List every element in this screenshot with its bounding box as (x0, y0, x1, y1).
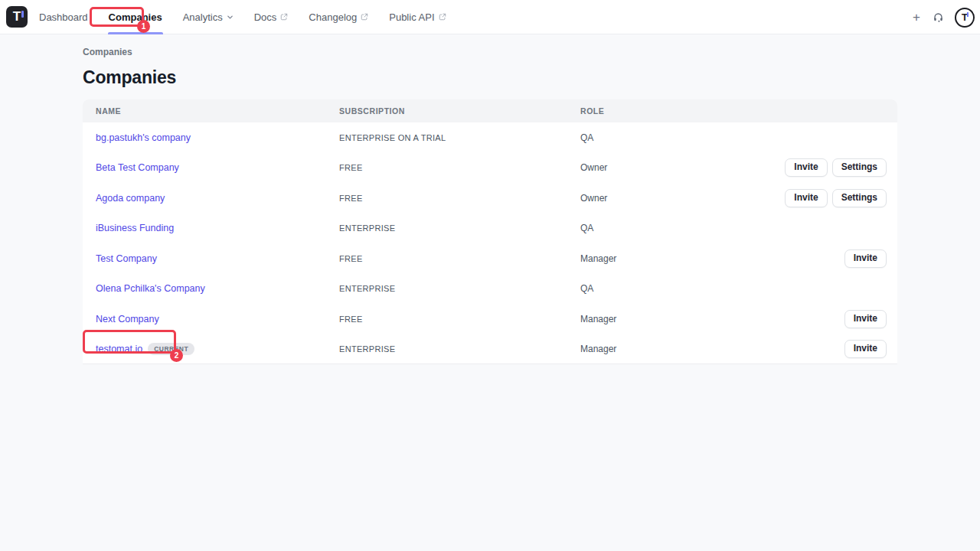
subscription-value: ENTERPRISE (339, 344, 580, 354)
table-row: bg.pastukh's company ENTERPRISE ON A TRI… (83, 122, 897, 153)
add-plus-icon[interactable]: + (911, 9, 922, 25)
company-link[interactable]: Agoda company (96, 193, 165, 204)
role-value: Manager (580, 314, 844, 324)
current-company-badge: CURRENT (148, 343, 194, 356)
nav-label-changelog: Changelog (309, 11, 357, 23)
invite-button[interactable]: Invite (844, 340, 887, 358)
nav-label-companies: Companies (109, 11, 162, 23)
external-link-icon (361, 13, 368, 21)
table-row: Test Company FREE Manager Invite (83, 243, 897, 274)
subscription-value: FREE (339, 254, 580, 263)
page-title: Companies (83, 67, 897, 88)
settings-button[interactable]: Settings (832, 158, 887, 177)
table-row-current-company: testomat.io CURRENT ENTERPRISE Manager I… (83, 334, 897, 365)
role-value: QA (580, 132, 887, 143)
invite-button[interactable]: Invite (844, 310, 887, 328)
topbar-right-actions: + T (911, 0, 975, 34)
nav-item-docs[interactable]: Docs (253, 0, 289, 34)
support-headset-icon[interactable] (933, 11, 944, 23)
top-navigation-bar: T Dashboard Companies Analytics Docs Cha… (0, 0, 980, 34)
subscription-value: ENTERPRISE ON A TRIAL (339, 133, 580, 142)
main-content: Companies Companies NAME SUBSCRIPTION RO… (0, 34, 980, 364)
role-value: Owner (580, 193, 785, 204)
external-link-icon (280, 13, 288, 21)
breadcrumb[interactable]: Companies (83, 47, 897, 57)
companies-table: NAME SUBSCRIPTION ROLE bg.pastukh's comp… (83, 99, 897, 364)
nav-item-analytics[interactable]: Analytics (182, 0, 234, 34)
role-value: QA (580, 283, 887, 294)
table-row: Next Company FREE Manager Invite (83, 304, 897, 334)
nav-label-analytics: Analytics (183, 11, 223, 23)
company-link[interactable]: Test Company (96, 253, 157, 264)
logo-letter: T (13, 10, 21, 23)
table-row: Agoda company FREE Owner Invite Settings (83, 183, 897, 214)
company-link[interactable]: iBusiness Funding (96, 223, 174, 233)
role-value: Owner (580, 162, 785, 173)
subscription-value: FREE (339, 194, 580, 203)
active-tab-underline (108, 32, 163, 34)
avatar-logo-accent (967, 12, 969, 17)
invite-button[interactable]: Invite (785, 158, 827, 177)
company-link[interactable]: Next Company (96, 314, 159, 324)
subscription-value: ENTERPRISE (339, 223, 580, 233)
nav-item-public-api[interactable]: Public API (388, 0, 446, 34)
column-header-role: ROLE (580, 106, 887, 116)
settings-button[interactable]: Settings (832, 189, 887, 207)
company-link[interactable]: Beta Test Company (96, 162, 179, 173)
nav-label-docs: Docs (254, 11, 277, 23)
logo-accent (21, 11, 24, 18)
invite-button[interactable]: Invite (785, 189, 827, 207)
nav-item-companies[interactable]: Companies (108, 0, 163, 34)
nav-label-public-api: Public API (389, 11, 434, 23)
role-value: Manager (580, 253, 844, 264)
external-link-icon (439, 13, 446, 21)
chevron-down-icon (227, 14, 234, 21)
nav-item-dashboard[interactable]: Dashboard (38, 0, 89, 34)
table-header-row: NAME SUBSCRIPTION ROLE (83, 99, 897, 122)
invite-button[interactable]: Invite (844, 249, 887, 268)
table-row: iBusiness Funding ENTERPRISE QA (83, 214, 897, 244)
column-header-subscription: SUBSCRIPTION (339, 106, 580, 116)
user-avatar[interactable]: T (955, 8, 975, 28)
nav-label-dashboard: Dashboard (39, 11, 88, 23)
subscription-value: ENTERPRISE (339, 284, 580, 293)
company-link[interactable]: Olena Pchilka's Company (96, 283, 205, 294)
company-link-testomat-io[interactable]: testomat.io (96, 344, 142, 354)
subscription-value: FREE (339, 163, 580, 172)
role-value: Manager (580, 344, 844, 354)
nav-item-changelog[interactable]: Changelog (308, 0, 369, 34)
column-header-name: NAME (96, 106, 339, 116)
app-logo[interactable]: T (6, 6, 28, 28)
company-link[interactable]: bg.pastukh's company (96, 132, 191, 143)
table-row: Olena Pchilka's Company ENTERPRISE QA (83, 274, 897, 305)
subscription-value: FREE (339, 315, 580, 324)
role-value: QA (580, 223, 887, 233)
main-nav: Dashboard Companies Analytics Docs Chang… (38, 0, 466, 34)
table-row: Beta Test Company FREE Owner Invite Sett… (83, 153, 897, 184)
